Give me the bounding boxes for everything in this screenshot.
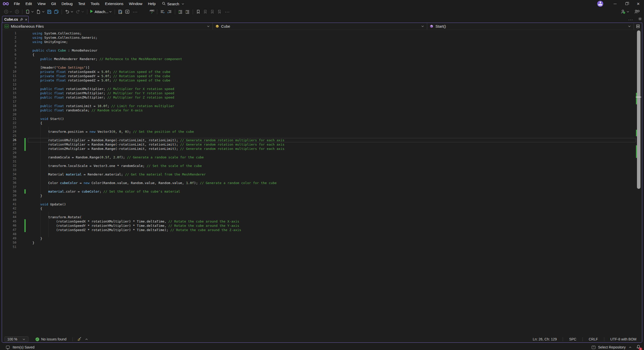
comment-button[interactable] <box>159 9 166 15</box>
editor-settings-gear-icon[interactable] <box>638 17 642 22</box>
line-number: 20 <box>2 112 16 117</box>
spell-check-button[interactable]: ABC✓ <box>149 9 155 15</box>
code-line: 41 void Update() <box>2 202 642 206</box>
menu-help[interactable]: Help <box>145 0 158 8</box>
tab-label: Cube.cs <box>4 17 18 21</box>
undo-button[interactable] <box>64 9 74 15</box>
change-tracking-bar <box>24 219 26 224</box>
code-line: 31 <box>2 159 642 164</box>
line-number: 41 <box>2 202 16 206</box>
menu-view[interactable]: View <box>35 0 48 8</box>
attach-label: Attach... <box>95 10 108 14</box>
svg-text:2: 2 <box>185 11 187 13</box>
line-number: 24 <box>2 129 16 134</box>
split-editor-button[interactable] <box>634 23 642 30</box>
line-number: 10 <box>2 70 16 74</box>
menu-git[interactable]: Git <box>48 0 59 8</box>
redo-button[interactable] <box>74 9 85 15</box>
search-control[interactable]: Search <box>162 2 185 6</box>
menu-tools[interactable]: Tools <box>88 0 102 8</box>
tab-close-icon[interactable]: × <box>25 18 27 21</box>
menu-test[interactable]: Test <box>75 0 88 8</box>
member-dropdown[interactable]: Start() <box>427 23 634 30</box>
select-repository-button[interactable]: Select Repository <box>598 345 626 349</box>
code-line: 22 { <box>2 121 642 125</box>
find-in-files-button[interactable] <box>117 9 124 15</box>
line-number: 21 <box>2 117 16 121</box>
line-number: 9 <box>2 65 16 70</box>
zoom-level: 100 % <box>7 337 17 341</box>
line-number: 6 <box>2 53 16 57</box>
issues-status[interactable]: No issues found <box>41 337 66 341</box>
separator <box>22 9 22 14</box>
toggle-bookmark-button[interactable] <box>195 9 202 15</box>
project-dropdown[interactable]: C# Miscellaneous Files <box>2 23 213 30</box>
chevron-up-icon[interactable] <box>629 347 631 349</box>
encoding[interactable]: UTF-8 with BOM <box>607 337 639 341</box>
pin-icon[interactable] <box>20 18 23 21</box>
menu-window[interactable]: Window <box>126 0 145 8</box>
caret-position[interactable]: Ln: 26, Ch: 129 <box>530 337 560 341</box>
code-line: 11 private float rotationSpeedY = 5.0f; … <box>2 74 642 78</box>
separator <box>604 337 604 341</box>
type-dropdown[interactable]: Cube <box>213 23 427 30</box>
attach-debugger-button[interactable]: Attach... <box>89 9 113 15</box>
line-number: 2 <box>2 35 16 40</box>
tab-cube-cs[interactable]: Cube.cs × <box>2 16 29 23</box>
increase-indent-button[interactable]: 2 <box>184 9 191 15</box>
user-avatar[interactable] <box>597 1 603 7</box>
indentation-mode[interactable]: SPC <box>566 337 579 341</box>
scrollbar-thumb[interactable] <box>637 30 640 189</box>
line-ending[interactable]: CRLF <box>586 337 601 341</box>
separator <box>62 9 62 14</box>
decrease-indent-button[interactable] <box>177 9 184 15</box>
chevron-down-icon <box>422 25 424 27</box>
menu-file[interactable]: File <box>11 0 23 8</box>
navigate-forward-button[interactable] <box>13 9 20 15</box>
code-editor[interactable]: 1using System.Collections;2using System.… <box>2 30 642 336</box>
zoom-selector[interactable]: 100 % <box>5 336 28 342</box>
notifications-button[interactable]: 1 <box>636 345 640 350</box>
chevron-up-icon[interactable] <box>86 339 88 341</box>
code-line: 47 (rotationSpeedZ * rotationZMultiplier… <box>2 228 642 232</box>
restore-icon <box>625 3 628 5</box>
line-number: 22 <box>2 121 16 125</box>
separator <box>563 337 563 341</box>
tab-overflow-icon[interactable]: ··· <box>627 17 635 22</box>
line-number: 40 <box>2 198 16 202</box>
clear-bookmarks-button[interactable] <box>216 9 223 15</box>
save-button[interactable] <box>46 9 53 15</box>
send-feedback-button[interactable] <box>633 9 640 15</box>
save-all-icon <box>54 9 59 15</box>
line-number: 42 <box>2 206 16 211</box>
navigate-back-button[interactable] <box>3 9 13 15</box>
next-bookmark-icon <box>210 9 215 15</box>
previous-bookmark-button[interactable] <box>202 9 209 15</box>
menu-extensions[interactable]: Extensions <box>102 0 126 8</box>
uncomment-button[interactable] <box>166 9 173 15</box>
project-dropdown-label: Miscellaneous Files <box>11 24 44 28</box>
toolbar2-overflow-button[interactable]: ··· <box>223 9 232 15</box>
line-number: 34 <box>2 172 16 177</box>
menu-edit[interactable]: Edit <box>23 0 35 8</box>
save-all-button[interactable] <box>53 9 60 15</box>
close-button[interactable]: × <box>632 0 644 8</box>
forward-arrow-icon <box>14 9 20 15</box>
change-tracking-bar <box>24 142 26 147</box>
toolbar-overflow-button[interactable]: ··· <box>131 9 140 15</box>
vertical-scrollbar[interactable] <box>636 30 642 336</box>
line-number: 19 <box>2 108 16 112</box>
code-cleanup-broom-icon[interactable] <box>77 337 82 342</box>
solution-window-button[interactable] <box>124 9 131 15</box>
account-button[interactable] <box>620 9 630 15</box>
uncomment-lines-icon <box>167 9 172 15</box>
new-file-button[interactable] <box>24 9 35 15</box>
restore-button[interactable] <box>621 0 632 8</box>
open-file-button[interactable] <box>35 9 46 15</box>
minimize-button[interactable] <box>609 0 621 8</box>
undo-icon <box>64 9 70 15</box>
status-bar: Item(s) Saved Select Repository 1 <box>0 344 644 350</box>
next-bookmark-button[interactable] <box>209 9 216 15</box>
menu-debug[interactable]: Debug <box>59 0 75 8</box>
chevron-down-icon <box>23 338 25 340</box>
